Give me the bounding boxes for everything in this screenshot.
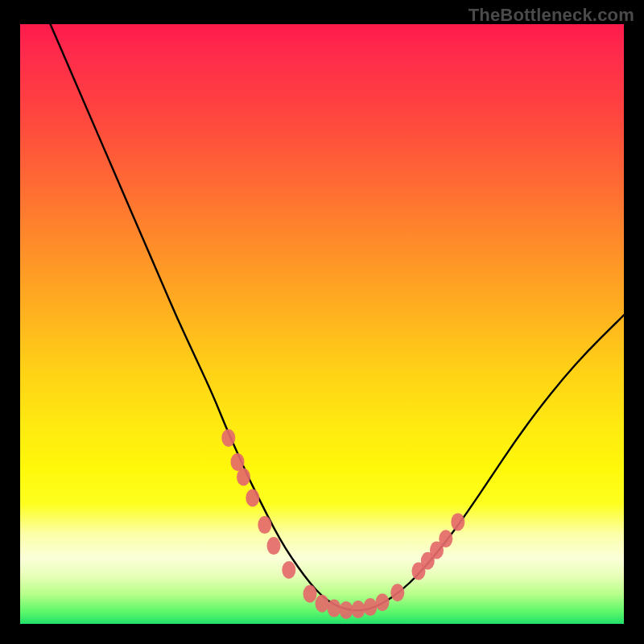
curve-marker [231, 453, 245, 471]
chart-plot-area [20, 24, 624, 624]
chart-frame: TheBottleneck.com [0, 0, 644, 644]
curve-marker [267, 537, 281, 555]
watermark-text: TheBottleneck.com [469, 5, 634, 26]
curve-marker [340, 601, 353, 619]
curve-marker [451, 513, 464, 530]
curve-marker [328, 600, 341, 617]
curve-marker [352, 601, 365, 618]
bottleneck-curve-line [51, 24, 625, 610]
curve-marker [237, 469, 250, 486]
curve-marker [258, 516, 271, 534]
curve-marker [364, 598, 378, 616]
curve-marker [316, 595, 329, 613]
curve-marker [221, 429, 235, 447]
curve-marker [246, 489, 259, 507]
curve-marker [303, 585, 317, 603]
curve-markers [221, 429, 464, 619]
curve-marker [376, 593, 390, 611]
chart-svg [20, 24, 624, 624]
curve-marker [282, 561, 295, 579]
curve-marker [439, 530, 452, 547]
curve-marker [390, 584, 404, 601]
